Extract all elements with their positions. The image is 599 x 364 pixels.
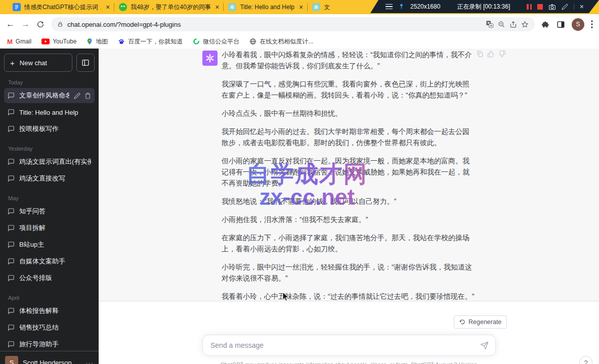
edit-icon[interactable] bbox=[74, 93, 80, 99]
new-chat-button[interactable]: + New chat bbox=[4, 54, 72, 72]
wechat-icon bbox=[119, 3, 127, 11]
recorder-menu-icon[interactable] bbox=[386, 4, 393, 10]
account-row[interactable]: S Scott Henderson ··· bbox=[0, 351, 99, 364]
chat-bubble-icon bbox=[8, 307, 15, 314]
thumbs-up-icon[interactable] bbox=[487, 50, 495, 58]
pause-icon[interactable] bbox=[527, 4, 531, 10]
section-label-today: Today bbox=[4, 72, 95, 88]
message-input[interactable] bbox=[209, 341, 476, 350]
composer-area: Regenerate ChatGPT may produce inaccurat… bbox=[99, 301, 599, 364]
bookmark-label: Gmail bbox=[16, 38, 31, 45]
browser-menu-icon[interactable] bbox=[591, 20, 593, 28]
chat-bubble-icon bbox=[8, 258, 15, 265]
globe-icon bbox=[249, 38, 256, 45]
message-paragraph: 在家庭的压力下，小雨选择了家庭，我们痛苦地分手。那天，我站在学校的操场上，看着小… bbox=[222, 232, 475, 254]
help-button[interactable]: ? bbox=[579, 356, 592, 364]
camera-icon[interactable] bbox=[548, 4, 556, 10]
collapse-sidebar-button[interactable] bbox=[76, 54, 95, 72]
sidebar-item-chat[interactable]: 知乎问答 bbox=[4, 204, 95, 219]
zoom-out-icon[interactable] bbox=[498, 21, 505, 28]
browser-tab-4[interactable]: 文 bbox=[308, 0, 334, 14]
docs-icon bbox=[13, 3, 21, 11]
bookmark-baidu[interactable]: 百度一下，你就知道 bbox=[118, 37, 183, 46]
sidebar-item-chat[interactable]: Title: Hello and Help bbox=[4, 105, 95, 120]
section-label-april: April bbox=[4, 287, 95, 303]
message-paragraph: 小玲看着我，眼中闪烁着复杂的情感，轻轻说：“我知道你们之间的事情，我不介意。但我… bbox=[222, 49, 475, 71]
lock-icon bbox=[57, 21, 63, 28]
account-menu-icon[interactable]: ··· bbox=[85, 359, 94, 364]
chatgpt-app: + New chat Today 文章创作风格命名：风 Title: Hello… bbox=[0, 49, 599, 364]
regenerate-label: Regenerate bbox=[468, 318, 501, 326]
chat-history-list: Today 文章创作风格命名：风 Title: Hello and Help 投… bbox=[0, 72, 99, 352]
sidebar-item-chat[interactable]: 鸡汤文直接改写 bbox=[4, 171, 95, 186]
address-bar[interactable]: chat.openai.com/?model=gpt-4-plugins bbox=[51, 17, 535, 31]
browser-tab-1[interactable]: 情感类ChatGPT核心提示词，快 × bbox=[8, 0, 114, 14]
assistant-message: 小玲看着我，眼中闪烁着复杂的情感，轻轻说：“我知道你们之间的事情，我不介意。但我… bbox=[99, 49, 599, 301]
send-icon[interactable] bbox=[480, 341, 489, 350]
chat-bubble-icon bbox=[8, 92, 15, 99]
chat-title: Title: Hello and Help bbox=[19, 109, 91, 116]
back-icon[interactable]: ← bbox=[6, 19, 15, 29]
sidebar-item-chat[interactable]: 公众号排版 bbox=[4, 270, 95, 286]
chat-title: 项目拆解 bbox=[19, 223, 91, 233]
gmail-icon: M bbox=[7, 38, 13, 46]
tab-title: 情感类ChatGPT核心提示词，快 bbox=[24, 3, 101, 12]
chat-bubble-icon bbox=[8, 241, 15, 248]
url-text[interactable]: chat.openai.com/?model=gpt-4-plugins bbox=[67, 21, 482, 28]
chat-bubble-icon bbox=[8, 224, 15, 232]
regenerate-icon bbox=[459, 319, 465, 325]
sidebar-item-chat[interactable]: 销售技巧总结 bbox=[4, 320, 95, 335]
translate-icon[interactable] bbox=[486, 20, 494, 28]
chatgpt-avatar-icon bbox=[202, 51, 218, 66]
side-panel-icon[interactable] bbox=[557, 20, 565, 29]
message-input-box[interactable] bbox=[202, 335, 496, 356]
sidebar-item-chat[interactable]: 投喂模板写作 bbox=[4, 121, 95, 136]
chat-bubble-icon bbox=[8, 158, 15, 165]
chat-title: 鸡汤文提示词直出(有实例) bbox=[19, 157, 91, 166]
stop-icon[interactable] bbox=[537, 4, 543, 10]
recorder-pin-icon[interactable] bbox=[398, 3, 405, 10]
bookmark-youtube[interactable]: YouTube bbox=[41, 38, 76, 45]
baidu-paw-icon bbox=[118, 38, 125, 45]
bookmark-maps[interactable]: 地图 bbox=[87, 37, 108, 46]
message-paragraph: 我深吸了一口气，感觉胸口有些沉重。我看向窗外，夜色已深，街上的灯光映照在窗户上，… bbox=[222, 78, 475, 101]
sidebar-item-chat[interactable]: 自媒体文案助手 bbox=[4, 254, 95, 269]
recorder-close-icon[interactable]: × bbox=[580, 3, 584, 11]
pencil-icon[interactable] bbox=[562, 4, 568, 10]
chat-title: 体检报告解释 bbox=[19, 306, 91, 315]
bookmarks-bar: M Gmail YouTube 地图 百度一下，你就知道 微信公众平台 在线文档… bbox=[0, 34, 599, 49]
reload-icon[interactable] bbox=[36, 20, 45, 28]
youtube-icon bbox=[41, 38, 50, 44]
sidebar-item-chat[interactable]: 旅行导游助手 bbox=[4, 337, 95, 352]
section-label-may: May bbox=[4, 188, 95, 204]
sidebar-item-chat[interactable]: 体检报告解释 bbox=[4, 303, 95, 318]
chat-title: 销售技巧总结 bbox=[19, 323, 91, 332]
regenerate-button[interactable]: Regenerate bbox=[454, 315, 507, 329]
forward-icon[interactable]: → bbox=[21, 19, 30, 29]
sidebar-item-chat[interactable]: 项目拆解 bbox=[4, 220, 95, 236]
browser-tab-3[interactable]: Title: Hello and Help × bbox=[224, 0, 308, 14]
bookmark-gmail[interactable]: M Gmail bbox=[7, 38, 31, 46]
sidebar-item-chat[interactable]: 鸡汤文提示词直出(有实例) bbox=[4, 154, 95, 169]
tab-close-icon[interactable]: × bbox=[215, 3, 219, 11]
message-actions bbox=[476, 50, 506, 58]
browser-tab-2[interactable]: 我48岁，娶了单位40岁的同事， × bbox=[114, 0, 224, 14]
extensions-icon[interactable] bbox=[541, 20, 550, 29]
chat-bubble-icon bbox=[8, 341, 15, 348]
bookmark-wechat-platform[interactable]: 微信公众平台 bbox=[193, 37, 239, 46]
bookmark-star-icon[interactable] bbox=[521, 21, 529, 28]
thumbs-down-icon[interactable] bbox=[498, 50, 506, 58]
chat-title: 鸡汤文直接改写 bbox=[19, 174, 91, 183]
sidebar-item-chat[interactable]: 文章创作风格命名：风 bbox=[4, 88, 95, 103]
bookmark-doc-similarity[interactable]: 在线文档相似度计... bbox=[249, 37, 313, 46]
user-name: Scott Henderson bbox=[23, 359, 81, 364]
trash-icon[interactable] bbox=[84, 93, 91, 99]
recorder-status: 正在录制 [00:13:36] bbox=[457, 3, 510, 11]
tab-close-icon[interactable]: × bbox=[299, 3, 303, 11]
tab-close-icon[interactable]: × bbox=[106, 3, 110, 11]
sidebar-item-chat[interactable]: B站up主 bbox=[4, 237, 95, 252]
profile-avatar[interactable]: S bbox=[572, 18, 584, 31]
chat-bubble-icon bbox=[8, 208, 15, 215]
copy-icon[interactable] bbox=[476, 50, 484, 58]
share-icon[interactable] bbox=[509, 21, 517, 28]
